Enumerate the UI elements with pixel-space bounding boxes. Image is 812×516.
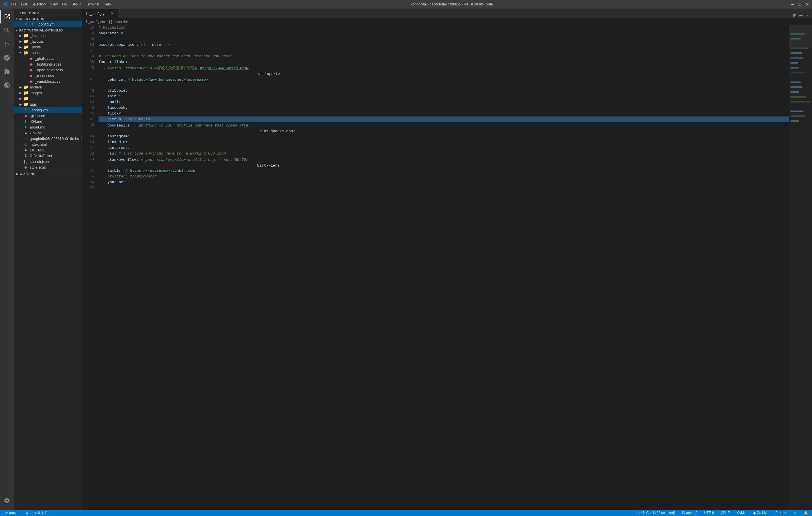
menu-terminal[interactable]: Terminal — [86, 2, 99, 6]
file-about[interactable]: ⬇ about.md — [14, 124, 82, 130]
file-readme[interactable]: ⬇ README.md — [14, 153, 82, 158]
file-search-json[interactable]: { } search.json — [14, 158, 82, 164]
outline-chevron: ▶ — [16, 172, 19, 176]
status-bell[interactable]: 🔔 — [802, 510, 810, 516]
status-left: ⎇ master ↻ ✕ 0 ⚠ 0 — [2, 510, 49, 516]
status-prettier[interactable]: Prettier — [774, 510, 788, 516]
key-googleplus: googleplus — [108, 123, 130, 128]
debug-icon — [3, 54, 10, 61]
folder-tags[interactable]: ▶ 📁 tags — [14, 101, 82, 107]
project-label: DAC-TUTORIAL.GITHUB.IO — [19, 29, 63, 32]
indent-42 — [98, 88, 108, 94]
tab-yml-icon: ! — [86, 11, 87, 16]
open-editors-section: ▾ Open Editors ✕ ! _config.yml — [14, 16, 82, 28]
status-branch[interactable]: ⎇ master — [2, 510, 22, 516]
activity-search[interactable] — [0, 24, 14, 37]
minimap-slider[interactable] — [789, 25, 812, 48]
menu-selection[interactable]: Selection — [31, 2, 46, 6]
code-line-33: # Pagination — [98, 25, 789, 31]
file-cname[interactable]: ≡ CNAME — [14, 130, 82, 135]
activity-settings[interactable] — [0, 494, 14, 508]
sidebar-content[interactable]: ▾ Open Editors ✕ ! _config.yml ▾ DAC-TUT… — [14, 16, 82, 510]
code-area[interactable]: # Pagination paginate: 8 excerpt_separat… — [96, 25, 789, 510]
activity-explorer[interactable] — [0, 10, 14, 24]
file-gitalk-label: _gitalk.scss — [35, 56, 54, 61]
split-editor-button[interactable]: ⊞ — [793, 13, 796, 18]
file-highlights-label: _highlights.scss — [35, 62, 61, 66]
svg-rect-6 — [790, 67, 799, 69]
language-text: YAML — [737, 511, 746, 515]
open-editors-header[interactable]: ▾ Open Editors — [14, 17, 82, 21]
close-icon[interactable]: ✕ — [24, 22, 29, 26]
editor-content: 33 34 35 36 37 38 39 40 41 42 43 44 45 4… — [83, 25, 812, 510]
file-gitignore[interactable]: ◆ .gitignore — [14, 113, 82, 119]
activity-extensions[interactable] — [0, 65, 14, 79]
open-editor-config[interactable]: ✕ ! _config.yml — [14, 21, 82, 27]
menu-edit[interactable]: Edit — [21, 2, 27, 6]
status-errors[interactable]: ✕ 0 ⚠ 0 — [32, 510, 49, 516]
project-header[interactable]: ▾ DAC-TUTORIAL.GITHUB.IO — [14, 28, 82, 33]
folder-layouts[interactable]: ▶ 📁 _layouts — [14, 38, 82, 44]
toggle-sidebar-button[interactable]: ☰ — [799, 13, 803, 18]
folder-includes[interactable]: ▶ 📁 _includes — [14, 33, 82, 38]
indent-45 — [98, 105, 108, 111]
file-config-yml[interactable]: ! _config.yml — [14, 107, 82, 113]
status-smiley[interactable]: ☺ — [792, 510, 799, 516]
status-spaces[interactable]: Spaces: 2 — [680, 510, 699, 516]
indent-41 — [98, 77, 108, 83]
comment-so: # your stackoverflow profile, e.g. "user… — [141, 157, 248, 163]
file-reset-scss[interactable]: ◆ _reset.scss — [14, 73, 82, 79]
menu-debug[interactable]: Debug — [71, 2, 81, 6]
file-index[interactable]: ◇ index.html — [14, 141, 82, 147]
breadcrumb-file[interactable]: _config.yml — [88, 20, 106, 24]
folder-images[interactable]: ▶ 📁 images — [14, 90, 82, 96]
vscode-logo — [3, 2, 8, 7]
file-404[interactable]: ⬇ 404.md — [14, 119, 82, 124]
file-gitalk-scss[interactable]: ◆ _gitalk.scss — [14, 56, 82, 61]
remote-icon — [3, 82, 10, 89]
file-opencolor-scss[interactable]: ◆ _open-color.scss — [14, 67, 82, 73]
warning-count: 0 — [45, 511, 47, 515]
file-style-scss[interactable]: ◆ style.scss — [14, 164, 82, 170]
maximize-button[interactable]: □ — [799, 2, 801, 7]
menu-view[interactable]: View — [50, 2, 58, 6]
file-highlights-scss[interactable]: ◆ _highlights.scss — [14, 61, 82, 67]
titlebar-controls[interactable]: ─ □ ✕ — [791, 2, 809, 7]
indent-50 — [98, 140, 108, 145]
key-email: email — [108, 99, 119, 105]
activity-remote[interactable] — [0, 79, 14, 92]
thispart: <thispart> — [249, 65, 280, 77]
folder-js[interactable]: ▶ 📁 js — [14, 96, 82, 101]
breadcrumb-section[interactable]: footer-links — [113, 20, 130, 24]
status-language[interactable]: YAML — [735, 510, 748, 516]
status-encoding[interactable]: UTF-8 — [703, 510, 716, 516]
status-position[interactable]: Ln 47, Col 1 (22 selected) — [634, 510, 677, 516]
titlebar-menu[interactable]: File Edit Selection View Go Debug Termin… — [11, 2, 111, 6]
activity-debug[interactable] — [0, 51, 14, 65]
status-golive[interactable]: ◉ Go Live — [751, 510, 770, 516]
status-line-ending[interactable]: CRLF — [719, 510, 731, 516]
file-google[interactable]: ◇ googledb06e025310e016e.html — [14, 135, 82, 141]
key-linkedin: linkedin — [108, 140, 125, 145]
folder-posts[interactable]: ▶ 📁 _posts — [14, 44, 82, 50]
tab-config-yml[interactable]: ! _config.yml ✕ — [83, 8, 118, 18]
file-license[interactable]: ★ LICENSE — [14, 147, 82, 153]
menu-file[interactable]: File — [11, 2, 16, 6]
tab-close-button[interactable]: ✕ — [111, 11, 114, 16]
activity-source-control[interactable] — [0, 37, 14, 51]
minimize-button[interactable]: ─ — [791, 2, 794, 7]
folder-sass[interactable]: ▾ 📂 _sass — [14, 50, 82, 56]
more-actions-button[interactable]: ⋯ — [805, 13, 810, 18]
menu-help[interactable]: Help — [104, 2, 111, 6]
status-sync[interactable]: ↻ — [24, 510, 30, 516]
comment-gplus: # anything in your profile username that… — [134, 123, 251, 128]
outline-header[interactable]: ▶ OUTLINE — [14, 171, 82, 177]
file-variables-scss[interactable]: ◆ _variables.scss — [14, 79, 82, 84]
titlebar-left: File Edit Selection View Go Debug Termin… — [3, 2, 111, 7]
menu-go[interactable]: Go — [62, 2, 67, 6]
folder-archive[interactable]: ▶ 📁 archive — [14, 84, 82, 90]
close-button[interactable]: ✕ — [806, 2, 809, 7]
colon-43: : — [119, 94, 121, 99]
file-404-label: 404.md — [30, 119, 42, 124]
editor-area: ! _config.yml ✕ ⊞ ☰ ⋯ ! _config.yml › { … — [83, 8, 812, 510]
